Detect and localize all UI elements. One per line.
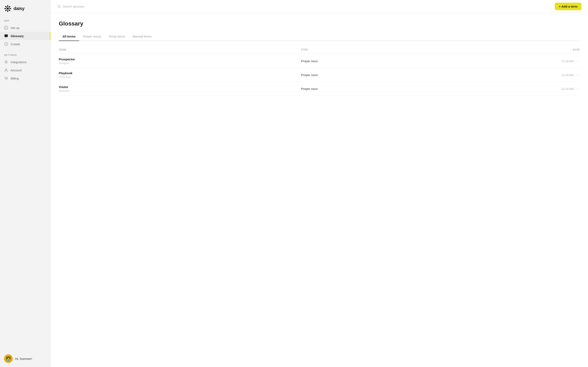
sidebar-item-label-integrations: Integrations: [11, 60, 26, 64]
sidebar-item-label-crawls: Crawls: [11, 42, 20, 46]
page-title: Glossary: [59, 20, 580, 27]
sidebar: daisy APP Set up Glossary Cra: [0, 0, 51, 367]
more-options-icon[interactable]: ···: [576, 87, 580, 91]
term-date-cell: 11:14 AM ···: [543, 87, 580, 91]
logo: daisy: [0, 0, 51, 16]
svg-point-12: [6, 61, 7, 63]
sidebar-item-label-glossary: Glossary: [11, 34, 24, 38]
table-row: Prospector Designer Proper noun 11:14 AM…: [59, 54, 580, 68]
logo-text: daisy: [13, 6, 25, 11]
term-name: Visitor: [59, 85, 301, 89]
app-section-label: APP: [0, 16, 51, 24]
table-header: TERM TYPE DATE: [59, 47, 580, 53]
search-bar[interactable]: Search glossary: [57, 5, 85, 8]
clock-icon: [4, 42, 8, 46]
tab-banned-terms[interactable]: Banned terms: [129, 33, 155, 41]
svg-point-5: [5, 6, 7, 8]
col-header-date: DATE: [543, 48, 580, 51]
search-placeholder: Search glossary: [62, 5, 85, 8]
term-date-cell: 11:14 AM ···: [543, 59, 580, 63]
sidebar-item-label-account: Account: [11, 68, 22, 72]
svg-point-15: [7, 80, 7, 80]
sidebar-item-account[interactable]: Account: [0, 66, 51, 74]
sidebar-item-integrations[interactable]: Integrations: [0, 58, 51, 66]
page-content: Glossary All terms Proper nouns Tricky t…: [51, 13, 588, 367]
tab-tricky-terms[interactable]: Tricky terms: [105, 33, 129, 41]
avatar-emoji: 👩‍💻: [6, 356, 11, 361]
sidebar-item-billing[interactable]: Billing: [0, 74, 51, 82]
chat-icon: [4, 34, 8, 38]
term-subtitle: Front End: [59, 75, 301, 78]
sidebar-item-crawls[interactable]: Crawls: [0, 40, 51, 48]
term-cell: Visitor Illustrator: [59, 85, 301, 92]
term-date: 11:14 AM: [562, 59, 573, 63]
svg-point-16: [58, 5, 60, 8]
term-type: Proper noun: [301, 59, 543, 63]
term-cell: Prospector Designer: [59, 58, 301, 65]
term-type: Proper noun: [301, 73, 543, 77]
search-icon: [57, 5, 61, 8]
settings-section-label: SETTINGS: [0, 50, 51, 58]
svg-point-8: [5, 9, 7, 11]
term-name: Prospector: [59, 58, 301, 61]
person-icon: [4, 68, 8, 72]
topbar: Search glossary + Add a term: [51, 0, 588, 13]
term-name: Playbook: [59, 71, 301, 75]
col-header-term: TERM: [59, 48, 301, 51]
sidebar-item-label-setup: Set up: [11, 26, 19, 30]
user-profile: 👩‍💻 Hi, Summer!: [0, 350, 51, 367]
term-subtitle: Designer: [59, 62, 301, 65]
term-date: 11:14 AM: [562, 87, 573, 91]
add-term-button[interactable]: + Add a term: [555, 3, 581, 10]
sidebar-item-label-billing: Billing: [11, 77, 19, 80]
daisy-logo-icon: [4, 5, 11, 12]
table-row: Playbook Front End Proper noun 11:14 AM …: [59, 68, 580, 82]
svg-rect-10: [4, 34, 8, 37]
more-options-icon[interactable]: ···: [576, 59, 580, 63]
tabs: All terms Proper nouns Tricky terms Bann…: [59, 33, 580, 41]
avatar: 👩‍💻: [4, 354, 13, 363]
gear-icon: [4, 60, 8, 64]
svg-point-0: [7, 8, 9, 9]
svg-point-9: [4, 26, 8, 30]
table-row: Visitor Illustrator Proper noun 11:14 AM…: [59, 82, 580, 96]
svg-point-4: [9, 8, 11, 9]
svg-point-6: [8, 9, 11, 11]
svg-point-14: [6, 80, 6, 80]
term-type: Proper noun: [301, 87, 543, 91]
sidebar-item-setup[interactable]: Set up: [0, 24, 51, 32]
check-circle-icon: [4, 26, 8, 30]
svg-point-1: [7, 5, 8, 7]
svg-point-2: [7, 10, 8, 12]
table-body: Prospector Designer Proper noun 11:14 AM…: [59, 54, 580, 96]
term-subtitle: Illustrator: [59, 89, 301, 92]
tab-all-terms[interactable]: All terms: [59, 33, 79, 41]
term-cell: Playbook Front End: [59, 71, 301, 78]
user-greeting: Hi, Summer!: [15, 357, 32, 360]
cart-icon: [4, 76, 8, 80]
sidebar-item-glossary[interactable]: Glossary: [0, 32, 51, 40]
more-options-icon[interactable]: ···: [576, 73, 580, 77]
term-date-cell: 11:14 AM ···: [543, 73, 580, 77]
term-date: 11:14 AM: [562, 73, 573, 77]
svg-point-3: [4, 8, 6, 9]
col-header-type: TYPE: [301, 48, 543, 51]
svg-point-13: [5, 69, 7, 70]
tab-proper-nouns[interactable]: Proper nouns: [79, 33, 105, 41]
svg-point-7: [8, 6, 11, 8]
main-area: Search glossary + Add a term Glossary Al…: [51, 0, 588, 367]
